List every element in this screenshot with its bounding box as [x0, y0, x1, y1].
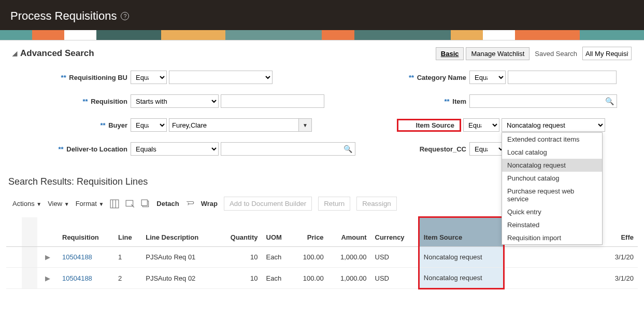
dropdown-option[interactable]: Purchase request web service [502, 185, 602, 205]
saved-search-select[interactable] [582, 47, 632, 60]
col-currency[interactable]: Currency [371, 217, 419, 247]
collapse-icon[interactable]: ◢ [12, 50, 17, 57]
format-menu[interactable]: Format ▼ [76, 200, 104, 208]
requisition-link[interactable]: 10504188 [62, 253, 92, 261]
svg-rect-5 [141, 200, 147, 205]
item-source-value[interactable]: Noncatalog request [502, 118, 605, 132]
req-bu-operator[interactable]: Equals [131, 71, 167, 84]
dropdown-option[interactable]: Punchout catalog [502, 172, 602, 185]
actions-menu[interactable]: Actions ▼ [12, 200, 41, 208]
advanced-search-heading: ◢ Advanced Search [12, 48, 94, 59]
item-source-dropdown: Extended contract items Local catalog No… [502, 132, 603, 245]
wrap-label[interactable]: Wrap [201, 200, 218, 208]
req-bu-value[interactable] [169, 71, 273, 84]
query-icon[interactable] [125, 199, 135, 209]
col-quantity[interactable]: Quantity [218, 217, 262, 247]
return-button[interactable]: Return [318, 197, 350, 211]
table-row[interactable]: ▶ 10504188 2 PJSAuto Req 02 10 Each 100.… [6, 268, 638, 289]
buyer-operator[interactable]: Equals [131, 118, 167, 132]
col-line-desc[interactable]: Line Description [141, 217, 218, 247]
dropdown-option[interactable]: Noncatalog request [502, 159, 602, 172]
deliver-to-value[interactable] [221, 142, 355, 156]
dropdown-option[interactable]: Quick entry [502, 205, 602, 218]
basic-search-button[interactable]: Basic [436, 47, 464, 60]
col-eff[interactable]: Effe [604, 217, 638, 247]
page-header: Process Requisitions ? [0, 3, 644, 30]
detach-icon[interactable] [141, 199, 150, 209]
requestor-cc-operator[interactable]: Equals [469, 142, 506, 156]
deliver-to-operator[interactable]: Equals [131, 142, 219, 156]
table-row[interactable]: ▶ 10504188 1 PJSAuto Req 01 10 Each 100.… [6, 247, 638, 268]
item-source-operator[interactable]: Equals [463, 118, 499, 132]
expand-row-icon[interactable]: ▶ [37, 268, 58, 289]
dropdown-option[interactable]: Local catalog [502, 146, 602, 159]
buyer-dropdown-button[interactable]: ▼ [298, 118, 312, 132]
col-uom[interactable]: UOM [262, 217, 292, 247]
col-item-source[interactable]: Item Source [419, 217, 504, 247]
page-title: Process Requisitions [10, 9, 117, 23]
requisition-value[interactable] [221, 94, 324, 108]
manage-watchlist-button[interactable]: Manage Watchlist [466, 47, 529, 60]
col-requisition[interactable]: Requisition [58, 217, 114, 247]
dropdown-option[interactable]: Requisition import [502, 231, 602, 244]
help-icon[interactable]: ? [121, 12, 129, 20]
svg-rect-0 [110, 200, 119, 208]
decorative-ribbon [0, 30, 644, 40]
category-value[interactable] [508, 71, 617, 84]
dropdown-option[interactable]: Reinstated [502, 218, 602, 231]
reassign-button[interactable]: Reassign [356, 197, 397, 211]
view-menu[interactable]: View ▼ [48, 200, 69, 208]
freeze-icon[interactable] [110, 199, 119, 209]
expand-row-icon[interactable]: ▶ [37, 247, 58, 268]
category-operator[interactable]: Equals [469, 71, 506, 84]
col-amount[interactable]: Amount [328, 217, 371, 247]
col-line[interactable]: Line [114, 217, 141, 247]
item-source-highlight: Item Source [397, 119, 461, 132]
requisition-operator[interactable]: Starts with [131, 94, 219, 108]
wrap-icon[interactable] [185, 199, 195, 209]
dropdown-option[interactable]: Extended contract items [502, 133, 602, 146]
buyer-value[interactable] [169, 118, 298, 132]
saved-search-label: Saved Search [532, 50, 580, 58]
detach-label[interactable]: Detach [156, 200, 179, 208]
col-price[interactable]: Price [292, 217, 327, 247]
requisition-link[interactable]: 10504188 [62, 274, 92, 282]
item-value[interactable] [469, 94, 617, 108]
add-to-doc-builder-button[interactable]: Add to Document Builder [224, 197, 312, 211]
